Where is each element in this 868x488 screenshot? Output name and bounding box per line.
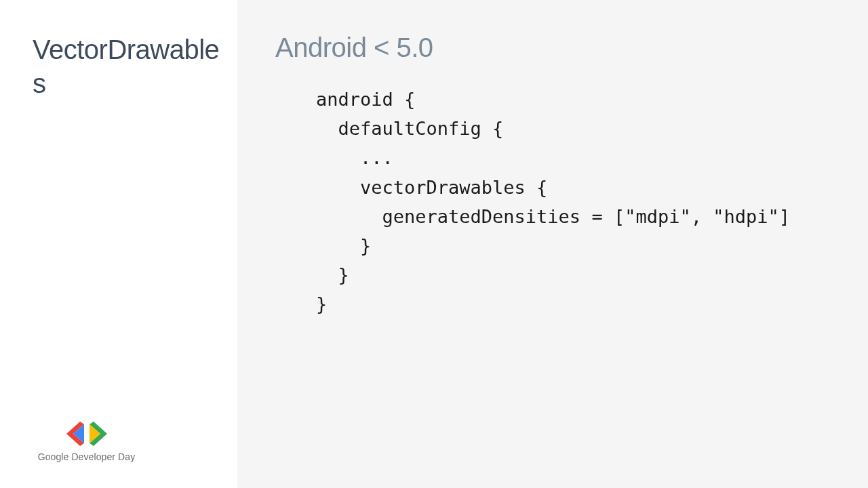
slide: VectorDrawables Google Developer Day And…: [0, 0, 868, 488]
footer-brand-part1: Google: [38, 451, 72, 462]
footer-brand-text: Google Developer Day: [34, 451, 139, 462]
content-heading: Android < 5.0: [275, 33, 841, 63]
code-block: android { defaultConfig { ... vectorDraw…: [275, 85, 841, 319]
main-content: Android < 5.0 android { defaultConfig { …: [237, 0, 868, 488]
sidebar-title: VectorDrawables: [33, 33, 224, 100]
footer-logo: Google Developer Day: [34, 420, 139, 462]
google-developers-logo-icon: [34, 420, 139, 447]
footer-brand-part2: Developer Day: [71, 451, 135, 462]
sidebar: VectorDrawables Google Developer Day: [0, 0, 237, 488]
